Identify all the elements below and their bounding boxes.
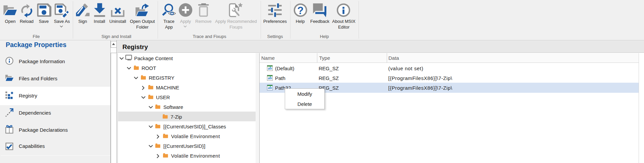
svg-text:ab: ab xyxy=(268,86,272,90)
svg-text:ab: ab xyxy=(268,76,272,80)
svg-text:?: ? xyxy=(297,5,304,16)
svg-text:ab: ab xyxy=(268,66,272,70)
